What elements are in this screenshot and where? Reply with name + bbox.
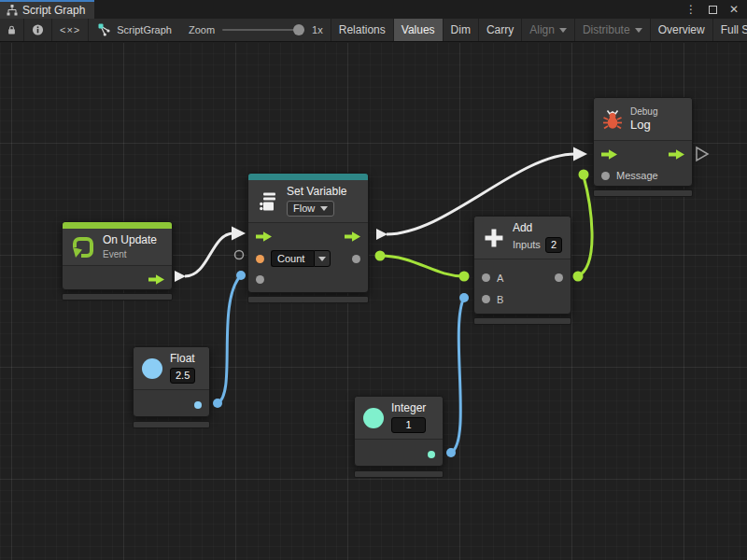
info-button[interactable] <box>24 19 52 41</box>
flow-output-port[interactable] <box>345 231 360 242</box>
variable-scope-dropdown[interactable]: Flow <box>287 201 334 217</box>
variable-name-dropdown[interactable] <box>314 250 331 267</box>
wire-source-triangle <box>175 271 186 282</box>
integer-type-icon <box>363 408 384 428</box>
wire-endpoint-dot <box>573 272 584 282</box>
flow-input-port[interactable] <box>601 149 617 160</box>
on-update-header: On Update Event <box>63 229 172 266</box>
wire-on-update-to-set-variable <box>175 227 246 283</box>
node-title: Integer <box>391 402 426 415</box>
node-debug-log[interactable]: Debug Log Message <box>593 97 693 187</box>
zoom-label: Zoom <box>189 24 215 35</box>
relations-button[interactable]: Relations <box>331 19 393 41</box>
flow-output-port[interactable] <box>148 274 164 285</box>
input-b-label: B <box>497 294 503 305</box>
wire-endpoint-dot <box>459 272 470 282</box>
node-footer <box>62 293 173 301</box>
inputs-label: Inputs <box>513 239 541 250</box>
variable-color-strip <box>248 174 368 180</box>
zoom-slider[interactable] <box>222 29 304 31</box>
dim-button[interactable]: Dim <box>443 19 478 41</box>
variable-name-port[interactable] <box>256 255 264 263</box>
chevron-down-icon <box>635 28 642 33</box>
integer-value-field[interactable]: 1 <box>391 417 426 433</box>
wire-integer-to-add-b <box>446 293 469 457</box>
values-button[interactable]: Values <box>393 19 443 41</box>
node-footer <box>354 470 444 478</box>
wire-endpoint-dot <box>375 251 386 261</box>
node-footer <box>247 296 369 303</box>
node-on-update[interactable]: On Update Event <box>62 221 173 290</box>
graph-canvas[interactable]: On Update Event <box>0 43 747 560</box>
integer-output-port[interactable] <box>428 451 435 458</box>
bug-icon <box>602 109 623 130</box>
distribute-label: Distribute <box>583 23 630 36</box>
node-title: Set Variable <box>287 186 346 199</box>
wire-arrowhead <box>573 147 587 161</box>
variable-stack-icon <box>257 190 279 213</box>
unconnected-port-circle <box>235 251 244 259</box>
tab-title: Script Graph <box>22 4 85 17</box>
lock-button[interactable] <box>0 19 24 41</box>
wire-endpoint-dot <box>446 448 456 457</box>
node-add[interactable]: Add Inputs 2 A B <box>473 216 571 315</box>
scope-value: Flow <box>293 203 315 214</box>
node-subtitle: Event <box>103 249 157 259</box>
tab-script-graph[interactable]: Script Graph <box>0 0 94 19</box>
node-category: Debug <box>630 106 657 117</box>
carry-button[interactable]: Carry <box>478 19 521 41</box>
node-footer <box>473 317 571 325</box>
node-integer[interactable]: Integer 1 <box>354 396 444 467</box>
node-float[interactable]: Float 2.5 <box>133 346 210 417</box>
overview-button[interactable]: Overview <box>650 19 712 41</box>
float-type-icon <box>142 358 162 379</box>
variable-name-value[interactable]: Count <box>271 250 314 267</box>
node-title: Log <box>630 119 657 133</box>
close-icon[interactable]: ✕ <box>729 4 739 15</box>
info-icon <box>32 23 44 36</box>
input-a-port[interactable] <box>482 273 490 282</box>
node-title: Float <box>170 353 195 366</box>
inputs-count-field[interactable]: 2 <box>545 237 562 253</box>
plus-icon <box>483 227 505 249</box>
input-b-port[interactable] <box>482 295 490 303</box>
float-header: Float 2.5 <box>134 347 209 390</box>
fullscreen-label: Full Screen <box>721 23 747 36</box>
node-set-variable[interactable]: Set Variable Flow <box>247 173 369 293</box>
node-footer <box>133 421 210 428</box>
wire-endpoint-dot <box>579 170 589 180</box>
zoom-level: 1x <box>312 24 323 35</box>
overview-label: Overview <box>658 23 705 36</box>
menu-icon[interactable]: ⋮ <box>685 4 697 15</box>
distribute-dropdown[interactable]: Distribute <box>574 19 650 41</box>
scriptgraph-breadcrumb[interactable]: ScriptGraph <box>89 19 181 41</box>
variable-name-field[interactable]: Count <box>271 250 331 267</box>
chevron-down-icon <box>318 257 326 261</box>
flow-output-port[interactable] <box>669 149 684 160</box>
float-output-port[interactable] <box>194 401 202 409</box>
window-controls: ⋮ ✕ <box>685 0 747 19</box>
float-value-field[interactable]: 2.5 <box>170 368 195 384</box>
maximize-icon[interactable] <box>709 6 717 14</box>
align-label: Align <box>529 23 555 36</box>
script-graph-window: Script Graph ⋮ ✕ <×> <box>0 0 747 560</box>
code-view-button[interactable]: <×> <box>52 19 89 41</box>
message-input-port[interactable] <box>601 172 610 180</box>
zoom-control: Zoom 1x <box>181 19 331 41</box>
message-label: Message <box>616 170 658 181</box>
wire-source-triangle <box>376 229 388 240</box>
align-dropdown[interactable]: Align <box>521 19 574 41</box>
sum-output-port[interactable] <box>555 273 563 282</box>
zoom-slider-handle[interactable] <box>293 24 304 35</box>
lock-icon <box>7 23 16 36</box>
value-output-port[interactable] <box>352 255 360 263</box>
new-value-input-port[interactable] <box>256 275 264 284</box>
wire-endpoint-dot <box>236 271 246 280</box>
wire-float-to-set-variable <box>213 271 246 408</box>
unconnected-flow-triangle <box>697 147 708 161</box>
flow-input-port[interactable] <box>256 231 272 242</box>
graph-name-label: ScriptGraph <box>117 24 172 35</box>
carry-label: Carry <box>486 23 514 36</box>
fullscreen-button[interactable]: Full Screen <box>712 19 747 41</box>
integer-header: Integer 1 <box>355 397 443 440</box>
